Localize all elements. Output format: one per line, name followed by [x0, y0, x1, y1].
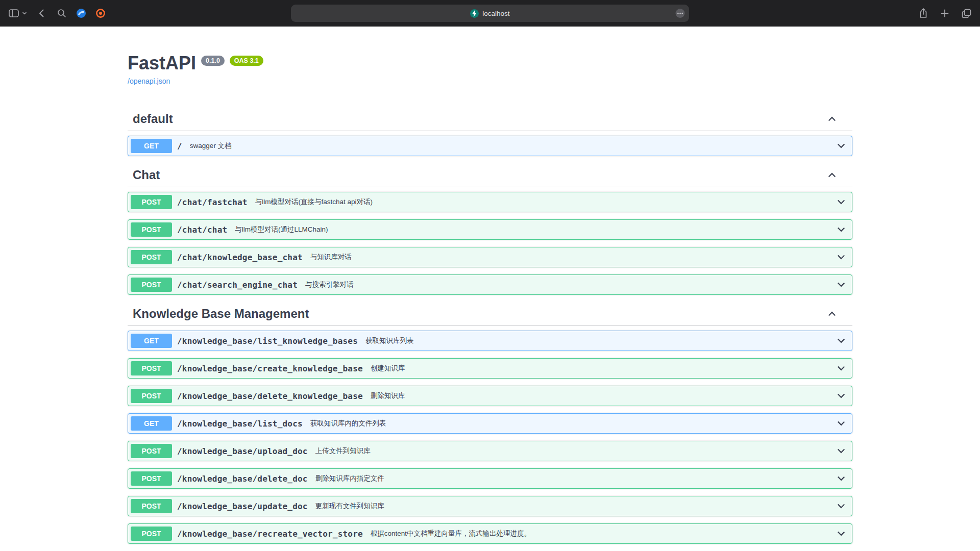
operation-description: 删除知识库内指定文件: [315, 474, 836, 483]
thunderbird-icon: [76, 8, 86, 18]
operation-row[interactable]: POST /chat/knowledge_base_chat 与知识库对话: [128, 247, 852, 267]
chevron-down-icon[interactable]: [836, 196, 847, 208]
operation-path: /knowledge_base/recreate_vector_store: [177, 529, 363, 539]
operation-path: /chat/search_engine_chat: [177, 280, 298, 290]
fastapi-favicon-icon: [470, 9, 479, 18]
operation-path: /knowledge_base/upload_doc: [177, 446, 308, 456]
chevron-down-icon[interactable]: [836, 528, 847, 539]
chevron-up-icon[interactable]: [826, 113, 838, 124]
operation-description: 与llm模型对话(直接与fastchat api对话): [255, 197, 836, 207]
chevron-down-icon[interactable]: [836, 279, 847, 290]
operation-row[interactable]: POST /knowledge_base/upload_doc 上传文件到知识库: [128, 441, 852, 461]
chevron-down-icon: [22, 11, 27, 16]
operation-path: /knowledge_base/list_knowledge_bases: [177, 336, 358, 346]
method-badge: POST: [131, 527, 172, 541]
operation-path: /knowledge_base/update_doc: [177, 502, 308, 511]
method-badge: POST: [131, 389, 172, 403]
url-text: localhost: [482, 10, 509, 17]
operation-description: 上传文件到知识库: [315, 446, 836, 456]
operation-row[interactable]: POST /knowledge_base/delete_doc 删除知识库内指定…: [128, 468, 852, 489]
chevron-up-icon[interactable]: [826, 308, 838, 319]
chevron-down-icon[interactable]: [836, 500, 847, 512]
tabs-icon: [961, 8, 972, 19]
swagger-page: FastAPI 0.1.0 OAS 3.1 /openapi.json defa…: [0, 27, 980, 551]
chevron-down-icon[interactable]: [836, 445, 847, 457]
address-bar[interactable]: localhost: [291, 5, 689, 22]
browser-toolbar: localhost: [0, 0, 980, 27]
page-settings-button[interactable]: [675, 9, 685, 18]
new-tab-button[interactable]: [940, 8, 950, 18]
section-default: default GET / swagger 文档: [128, 107, 852, 156]
chevron-up-icon[interactable]: [826, 169, 838, 181]
search-icon: [57, 8, 67, 18]
site-favicon: [470, 9, 479, 18]
operation-description: 获取知识库内的文件列表: [310, 419, 836, 428]
method-badge: POST: [131, 278, 172, 292]
chevron-down-icon[interactable]: [836, 390, 847, 402]
operation-row[interactable]: GET /knowledge_base/list_docs 获取知识库内的文件列…: [128, 413, 852, 434]
operation-row[interactable]: POST /knowledge_base/recreate_vector_sto…: [128, 523, 852, 544]
chevron-down-icon[interactable]: [836, 418, 847, 429]
operation-description: 与知识库对话: [310, 253, 836, 262]
method-badge: GET: [131, 334, 172, 348]
extension-button-blue[interactable]: [76, 8, 86, 18]
openapi-json-link[interactable]: /openapi.json: [128, 77, 170, 85]
operation-row[interactable]: POST /knowledge_base/update_doc 更新现有文件到知…: [128, 496, 852, 516]
method-badge: POST: [131, 361, 172, 375]
section-title: default: [133, 112, 826, 126]
operation-path: /chat/chat: [177, 225, 227, 235]
section-title: Chat: [133, 168, 826, 182]
operation-description: 删除知识库: [371, 391, 836, 400]
operation-description: swagger 文档: [190, 141, 836, 151]
operation-row[interactable]: POST /chat/chat 与llm模型对话(通过LLMChain): [128, 219, 852, 240]
chevron-down-icon[interactable]: [836, 252, 847, 263]
version-badge: 0.1.0: [201, 56, 225, 66]
operation-row[interactable]: GET /knowledge_base/list_knowledge_bases…: [128, 331, 852, 351]
operation-description: 创建知识库: [371, 364, 836, 373]
operation-row[interactable]: POST /chat/search_engine_chat 与搜索引擎对话: [128, 274, 852, 295]
method-badge: POST: [131, 195, 172, 209]
operation-path: /chat/knowledge_base_chat: [177, 253, 303, 262]
operation-path: /: [177, 141, 182, 151]
method-badge: POST: [131, 444, 172, 458]
operation-row[interactable]: POST /chat/fastchat 与llm模型对话(直接与fastchat…: [128, 192, 852, 212]
operation-path: /knowledge_base/create_knowledge_base: [177, 364, 363, 373]
chevron-down-icon[interactable]: [836, 473, 847, 484]
operation-path: /chat/fastchat: [177, 197, 248, 207]
ellipsis-icon: [675, 9, 685, 18]
api-title: FastAPI 0.1.0 OAS 3.1: [128, 52, 852, 74]
operation-description: 获取知识库列表: [365, 336, 836, 345]
method-badge: POST: [131, 471, 172, 486]
chevron-down-icon[interactable]: [836, 363, 847, 374]
share-icon: [918, 8, 928, 19]
section-header-chat[interactable]: Chat: [128, 163, 852, 187]
operation-row[interactable]: POST /knowledge_base/create_knowledge_ba…: [128, 358, 852, 379]
method-badge: POST: [131, 250, 172, 264]
share-button[interactable]: [918, 8, 928, 19]
operation-path: /knowledge_base/delete_knowledge_base: [177, 391, 363, 401]
section-header-knowledge-base-management[interactable]: Knowledge Base Management: [128, 302, 852, 326]
operation-row[interactable]: POST /knowledge_base/delete_knowledge_ba…: [128, 386, 852, 406]
operation-path: /knowledge_base/list_docs: [177, 419, 303, 429]
tab-overview-button[interactable]: [961, 8, 972, 19]
api-info: FastAPI 0.1.0 OAS 3.1 /openapi.json: [128, 27, 852, 106]
extension-button-orange[interactable]: [95, 8, 106, 18]
operation-row[interactable]: GET / swagger 文档: [128, 136, 852, 156]
chevron-down-icon[interactable]: [836, 335, 847, 346]
section-chat: Chat POST /chat/fastchat 与llm模型对话(直接与fas…: [128, 163, 852, 295]
chevron-down-icon[interactable]: [836, 140, 847, 152]
oas-badge: OAS 3.1: [230, 56, 263, 66]
api-title-text: FastAPI: [128, 52, 196, 74]
back-button[interactable]: [36, 8, 47, 19]
section-knowledge-base-management: Knowledge Base Management GET /knowledge…: [128, 302, 852, 544]
record-ring-icon: [95, 8, 106, 18]
method-badge: GET: [131, 139, 172, 153]
sidebar-toggle-button[interactable]: [8, 8, 19, 19]
section-header-default[interactable]: default: [128, 107, 852, 131]
section-title: Knowledge Base Management: [133, 307, 826, 321]
plus-icon: [940, 8, 950, 18]
sidebar-menu-button[interactable]: [22, 11, 27, 16]
search-button[interactable]: [57, 8, 67, 18]
chevron-down-icon[interactable]: [836, 224, 847, 235]
chevron-left-icon: [36, 8, 47, 19]
